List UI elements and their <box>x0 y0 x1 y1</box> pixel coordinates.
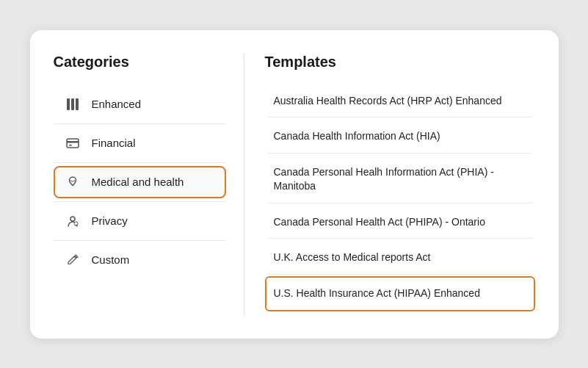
main-card: Categories Enhanced Financial <box>30 30 559 339</box>
template-item-canada-hia[interactable]: Canada Health Information Act (HIA) <box>265 119 535 154</box>
medical-icon <box>64 175 81 190</box>
svg-point-7 <box>74 222 78 226</box>
privacy-icon <box>64 214 81 228</box>
enhanced-label: Enhanced <box>92 98 142 110</box>
svg-rect-5 <box>69 145 72 146</box>
svg-point-6 <box>70 217 75 221</box>
enhanced-icon <box>64 97 81 112</box>
svg-rect-2 <box>76 98 79 110</box>
template-item-australia[interactable]: Australia Health Records Act (HRP Act) E… <box>265 84 535 118</box>
template-us-hipaa-label: U.S. Health Insurance Act (HIPAA) Enhanc… <box>274 287 480 299</box>
templates-title: Templates <box>265 54 535 71</box>
svg-rect-4 <box>67 141 79 143</box>
categories-panel: Categories Enhanced Financial <box>54 54 244 315</box>
template-canada-hia-label: Canada Health Information Act (HIA) <box>274 130 440 142</box>
financial-icon <box>64 136 81 151</box>
template-item-canada-phia[interactable]: Canada Personal Healh Information Act (P… <box>265 155 535 203</box>
category-item-custom[interactable]: Custom <box>54 244 226 276</box>
custom-icon <box>64 253 81 267</box>
category-item-medical[interactable]: Medical and health <box>54 166 226 198</box>
template-item-uk-access[interactable]: U.K. Access to Medical reports Act <box>265 240 535 275</box>
categories-title: Categories <box>54 54 226 71</box>
medical-label: Medical and health <box>92 176 184 188</box>
template-canada-phipa-label: Canada Personal Health Act (PHIPA) - Ont… <box>274 216 485 228</box>
privacy-label: Privacy <box>92 214 128 227</box>
svg-rect-1 <box>71 98 74 110</box>
template-australia-label: Australia Health Records Act (HRP Act) E… <box>274 95 502 107</box>
templates-panel: Templates Australia Health Records Act (… <box>244 54 535 315</box>
custom-label: Custom <box>92 253 130 266</box>
category-item-privacy[interactable]: Privacy <box>54 205 226 237</box>
category-item-financial[interactable]: Financial <box>54 127 226 159</box>
svg-rect-0 <box>67 98 70 110</box>
template-item-canada-phipa[interactable]: Canada Personal Health Act (PHIPA) - Ont… <box>265 205 535 239</box>
svg-rect-3 <box>67 139 79 148</box>
category-item-enhanced[interactable]: Enhanced <box>54 88 226 120</box>
template-item-us-hipaa[interactable]: U.S. Health Insurance Act (HIPAA) Enhanc… <box>265 276 535 311</box>
template-canada-phia-label: Canada Personal Healh Information Act (P… <box>274 166 494 192</box>
template-uk-access-label: U.K. Access to Medical reports Act <box>274 251 431 263</box>
financial-label: Financial <box>92 137 136 149</box>
